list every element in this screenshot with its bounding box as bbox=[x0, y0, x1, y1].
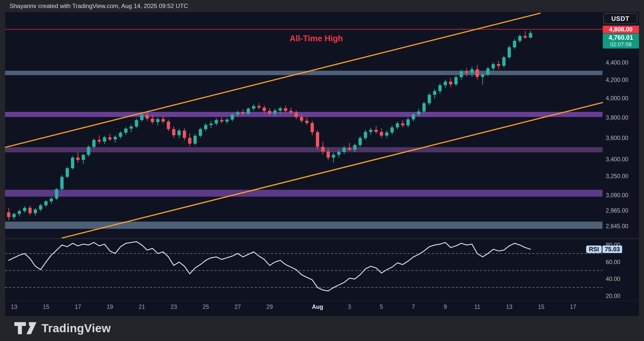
candle-body bbox=[252, 106, 255, 109]
rsi-plot-layer bbox=[5, 242, 602, 291]
candle-body bbox=[236, 112, 239, 115]
candle-body bbox=[407, 119, 410, 125]
candle-body bbox=[481, 75, 484, 77]
candle-body bbox=[460, 71, 463, 77]
candle-body bbox=[28, 208, 32, 213]
candle-body bbox=[401, 123, 404, 125]
candle-body bbox=[60, 177, 64, 189]
candle-body bbox=[18, 211, 21, 214]
tradingview-logo-icon bbox=[14, 321, 37, 335]
candle-body bbox=[193, 136, 197, 143]
candle-body bbox=[364, 132, 367, 138]
candle-body bbox=[113, 137, 117, 139]
time-tick-label: 15 bbox=[538, 304, 544, 310]
candle-body bbox=[140, 115, 143, 120]
candle-body bbox=[7, 212, 10, 217]
candle-body bbox=[279, 108, 282, 111]
candle-body bbox=[103, 137, 106, 142]
candle-body bbox=[327, 152, 330, 158]
channel-lower-trendline[interactable] bbox=[62, 103, 602, 238]
candle-body bbox=[422, 103, 426, 112]
time-tick-label: 17 bbox=[570, 304, 576, 310]
candle-body bbox=[145, 115, 149, 119]
candle-body bbox=[76, 158, 79, 160]
tradingview-logo[interactable]: TradingView bbox=[14, 321, 111, 335]
candle-body bbox=[209, 124, 213, 125]
time-tick-label: 21 bbox=[139, 304, 145, 310]
candle-body bbox=[305, 121, 308, 123]
candle-body bbox=[44, 201, 48, 205]
time-tick-label: 29 bbox=[266, 304, 273, 310]
price-tick-label: 2,845.00 bbox=[606, 223, 628, 230]
support-resistance-zone bbox=[5, 222, 602, 229]
candle-body bbox=[273, 111, 276, 114]
candle-body bbox=[465, 71, 468, 73]
time-tick-label: 13 bbox=[506, 304, 512, 310]
time-tick-label: 3 bbox=[348, 304, 351, 310]
time-tick-label: 9 bbox=[444, 304, 447, 310]
candle-body bbox=[524, 36, 527, 37]
candle-body bbox=[375, 130, 378, 132]
candle-body bbox=[188, 138, 191, 144]
candle-body bbox=[497, 64, 500, 66]
candle-body bbox=[343, 148, 346, 152]
candle-body bbox=[476, 69, 479, 77]
rsi-tick-label: 20.00 bbox=[606, 293, 620, 299]
time-tick-label: 17 bbox=[75, 304, 81, 310]
candle-body bbox=[66, 168, 69, 177]
last-price-badge: 4,760.01 02:07:58 bbox=[603, 33, 639, 48]
candle-body bbox=[119, 133, 122, 137]
candle-body bbox=[12, 214, 16, 217]
tradingview-wordmark: TradingView bbox=[42, 321, 111, 335]
candle-body bbox=[167, 122, 170, 129]
price-pane[interactable] bbox=[5, 12, 639, 238]
candle-body bbox=[220, 120, 223, 122]
rsi-pane[interactable] bbox=[5, 239, 639, 301]
candle-body bbox=[247, 109, 250, 114]
candle-body bbox=[231, 115, 234, 120]
candle-body bbox=[513, 41, 516, 47]
time-tick-label: 11 bbox=[474, 304, 480, 310]
candle-body bbox=[486, 68, 490, 74]
price-tick-label: 3,250.00 bbox=[606, 173, 628, 180]
candle-body bbox=[311, 123, 314, 132]
candle-body bbox=[156, 119, 159, 122]
candle-body bbox=[502, 57, 506, 66]
time-tick-label: 13 bbox=[11, 304, 17, 310]
candle-body bbox=[183, 131, 186, 138]
candle-body bbox=[257, 106, 261, 108]
candle-body bbox=[385, 132, 388, 135]
ath-price-badge: 4,808.00 bbox=[603, 26, 639, 33]
time-tick-label: 7 bbox=[412, 304, 415, 310]
rsi-tick-label: 60.00 bbox=[606, 259, 620, 265]
candle-body bbox=[263, 108, 266, 111]
candle-body bbox=[508, 47, 511, 57]
price-tick-label: 3,600.00 bbox=[606, 134, 628, 141]
channel-upper-trendline[interactable] bbox=[5, 13, 540, 148]
candle-body bbox=[23, 208, 26, 211]
candle-body bbox=[284, 108, 287, 111]
candle-body bbox=[353, 145, 356, 150]
usdt-button[interactable]: USDT bbox=[603, 13, 637, 24]
candle-body bbox=[108, 137, 111, 139]
rsi-axis-badge: RSI 75.03 bbox=[586, 246, 622, 253]
candle-body bbox=[390, 127, 394, 132]
time-axis-border bbox=[5, 301, 639, 301]
candle-body bbox=[199, 129, 202, 136]
candle-body bbox=[321, 147, 325, 151]
candle-body bbox=[98, 140, 101, 141]
price-tick-label: 4,200.00 bbox=[606, 77, 628, 83]
price-plot-layer bbox=[5, 29, 602, 229]
candle-body bbox=[130, 127, 133, 129]
candle-body bbox=[358, 138, 362, 145]
candle-body bbox=[438, 85, 442, 91]
candle-body bbox=[71, 158, 74, 168]
footer: TradingView bbox=[0, 316, 644, 341]
chart-container[interactable]: 4,600.004,400.004,200.004,000.003,800.00… bbox=[5, 12, 639, 316]
tradingview-snapshot-page: Shayannv created with TradingView.com, A… bbox=[0, 0, 644, 341]
time-tick-label: 19 bbox=[107, 304, 113, 310]
time-tick-label: 5 bbox=[380, 304, 383, 310]
time-tick-label: 27 bbox=[234, 304, 241, 310]
candle-body bbox=[492, 64, 495, 68]
candle-body bbox=[295, 113, 298, 117]
